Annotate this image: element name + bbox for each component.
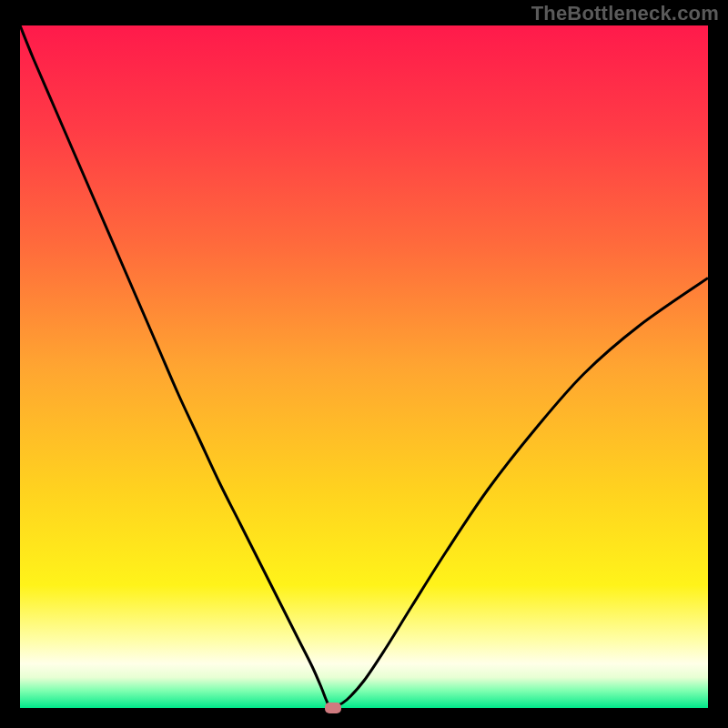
optimal-point-marker <box>325 703 341 713</box>
plot-area <box>20 25 708 708</box>
watermark-text: TheBottleneck.com <box>531 2 719 25</box>
gradient-background <box>20 25 708 708</box>
chart-svg <box>20 25 708 708</box>
chart-frame: TheBottleneck.com <box>0 0 728 728</box>
